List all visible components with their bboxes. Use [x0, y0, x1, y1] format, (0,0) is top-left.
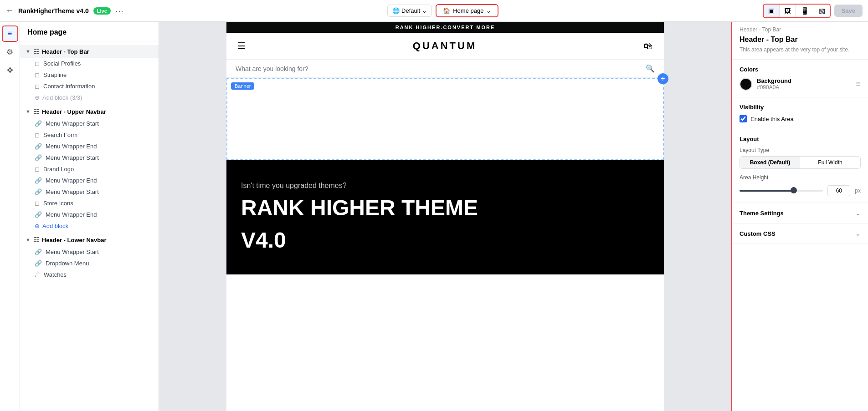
full-width-layout-button[interactable]: Full Width: [800, 157, 860, 168]
section-header-top-bar: ▼ ☷ Header - Top Bar ◻ Social Profiles ◻…: [20, 45, 159, 103]
sidebar-item-menu-wrapper-end-2[interactable]: 🔗 Menu Wrapper End: [20, 175, 159, 186]
sidebar: Home page ▼ ☷ Header - Top Bar ◻ Social …: [20, 22, 159, 411]
link-icon: 🔗: [35, 211, 42, 218]
visibility-section: Visibility Enable this Area: [732, 97, 868, 129]
height-slider-thumb[interactable]: [791, 187, 797, 193]
section-header-lower-navbar-toggle[interactable]: ▼ ☷ Header - Lower Navbar: [20, 233, 159, 246]
section-header-lower-navbar-label: Header - Lower Navbar: [42, 237, 107, 244]
color-options-icon[interactable]: ≡: [856, 79, 861, 89]
color-label-group: Background #090A0A: [757, 77, 791, 91]
height-input[interactable]: [827, 185, 850, 196]
sidebar-item-menu-wrapper-start-2[interactable]: 🔗 Menu Wrapper Start: [20, 152, 159, 163]
sidebar-item-menu-wrapper-start-1[interactable]: 🔗 Menu Wrapper Start: [20, 118, 159, 129]
top-bar-left: ← RankHigherTheme v4.0 Live ⋯: [5, 6, 123, 16]
panel-description: This area appears at the very top of you…: [732, 46, 868, 60]
hero-version: V4.0: [241, 228, 649, 253]
settings-button[interactable]: ⚙: [2, 44, 18, 60]
chevron-down-icon: ⌄: [486, 7, 491, 14]
color-name: Background: [757, 77, 791, 84]
banner-label: Banner: [231, 82, 254, 90]
boxed-layout-button[interactable]: Boxed (Default): [740, 157, 800, 168]
blocks-button[interactable]: ✥: [2, 62, 18, 78]
plus-circle-icon: ⊕: [35, 223, 40, 229]
area-height-label: Area Height: [740, 174, 861, 181]
sidebar-item-menu-wrapper-start-4[interactable]: 🔗 Menu Wrapper Start: [20, 246, 159, 258]
sidebar-item-label: Menu Wrapper Start: [46, 154, 99, 161]
sidebar-item-label: Menu Wrapper Start: [46, 120, 99, 127]
area-height-row: px: [740, 185, 861, 196]
enable-area-checkbox[interactable]: [740, 115, 747, 122]
section-header-upper-navbar-toggle[interactable]: ▼ ☷ Header - Upper Navbar: [20, 105, 159, 118]
top-bar-center: 🌐 Default ⌄ 🏠 Home page ⌄: [129, 4, 757, 17]
preview-frame: RANK HIGHER.CONVERT MORE ☰ QUANTUM 🛍 🔍 B…: [226, 22, 664, 411]
add-block-enabled-row[interactable]: ⊕ Add block: [20, 220, 159, 232]
sidebar-item-brand-logo[interactable]: ◻ Brand Logo: [20, 163, 159, 175]
color-hex: #090A0A: [757, 84, 791, 91]
chevron-down-icon: ▼: [26, 49, 31, 54]
block-icon: ◻: [35, 60, 40, 67]
sidebar-item-social-profiles[interactable]: ◻ Social Profiles: [20, 58, 159, 69]
theme-settings-chevron-icon: ⌄: [855, 209, 861, 217]
monitor-icon[interactable]: 🖼: [780, 5, 796, 17]
sidebar-item-label: Brand Logo: [43, 166, 74, 173]
default-button[interactable]: 🌐 Default ⌄: [387, 5, 432, 17]
sidebar-item-search-form[interactable]: ◻ Search Form: [20, 129, 159, 141]
sidebar-item-strapline[interactable]: ◻ Strapline: [20, 69, 159, 81]
height-slider-fill: [740, 190, 794, 192]
site-top-bar: RANK HIGHER.CONVERT MORE: [226, 22, 664, 33]
block-icon: ◻: [35, 132, 40, 138]
globe-icon: 🌐: [392, 7, 400, 14]
colors-section: Colors Background #090A0A ≡: [732, 60, 868, 97]
layers-button[interactable]: ≡: [2, 25, 18, 42]
background-color-swatch[interactable]: [740, 78, 752, 91]
background-color-row: Background #090A0A ≡: [740, 77, 861, 91]
banner-plus-icon[interactable]: +: [657, 73, 668, 84]
sidebar-item-label: Search Form: [43, 132, 77, 138]
sidebar-item-label: Menu Wrapper Start: [46, 188, 99, 195]
hamburger-icon[interactable]: ☰: [237, 41, 246, 51]
theme-settings-section[interactable]: Theme Settings ⌄: [732, 203, 868, 223]
search-icon[interactable]: 🔍: [646, 64, 655, 73]
sidebar-item-label: Menu Wrapper End: [46, 211, 97, 218]
link-icon: 🔗: [35, 120, 42, 127]
home-page-button[interactable]: 🏠 Home page ⌄: [436, 4, 498, 17]
site-search-bar: 🔍: [226, 60, 664, 78]
desktop-select-icon[interactable]: ▣: [764, 5, 780, 17]
save-button[interactable]: Save: [834, 5, 863, 17]
more-options-icon[interactable]: ⋯: [115, 6, 123, 16]
sidebar-item-menu-wrapper-end-1[interactable]: 🔗 Menu Wrapper End: [20, 141, 159, 152]
preview-area: RANK HIGHER.CONVERT MORE ☰ QUANTUM 🛍 🔍 B…: [159, 22, 731, 411]
top-bar-right: ▣ 🖼 📱 ▧ Save: [763, 4, 863, 18]
top-bar: ← RankHigherTheme v4.0 Live ⋯ 🌐 Default …: [0, 0, 868, 22]
sidebar-item-menu-wrapper-start-3[interactable]: 🔗 Menu Wrapper Start: [20, 186, 159, 198]
sidebar-item-label: Menu Wrapper Start: [46, 249, 99, 255]
app-name: RankHigherTheme v4.0: [18, 7, 89, 15]
layout-icon[interactable]: ▧: [814, 5, 830, 17]
height-slider-track[interactable]: [740, 190, 823, 192]
sidebar-item-store-icons[interactable]: ◻ Store Icons: [20, 198, 159, 209]
banner-area: Banner +: [226, 78, 664, 160]
sidebar-item-dropdown-menu[interactable]: 🔗 Dropdown Menu: [20, 258, 159, 269]
section-header-top-bar-toggle[interactable]: ▼ ☷ Header - Top Bar: [20, 45, 159, 58]
mobile-icon[interactable]: 📱: [796, 5, 814, 17]
block-icon: ◻: [35, 83, 40, 90]
height-unit: px: [855, 188, 861, 194]
home-icon: 🏠: [443, 7, 450, 14]
sidebar-item-watches[interactable]: ☄ Watches: [20, 269, 159, 280]
search-input[interactable]: [236, 65, 642, 72]
section-header-upper-navbar-label: Header - Upper Navbar: [42, 108, 106, 115]
back-icon[interactable]: ←: [5, 6, 14, 15]
sidebar-item-label: Menu Wrapper End: [46, 177, 97, 184]
sidebar-item-menu-wrapper-end-3[interactable]: 🔗 Menu Wrapper End: [20, 209, 159, 220]
custom-css-section[interactable]: Custom CSS ⌄: [732, 223, 868, 244]
section-header-upper-navbar: ▼ ☷ Header - Upper Navbar 🔗 Menu Wrapper…: [20, 105, 159, 232]
block-icon: ◻: [35, 71, 40, 78]
chevron-down-icon: ▼: [26, 109, 31, 114]
cart-icon[interactable]: 🛍: [644, 41, 653, 51]
sidebar-item-label: Strapline: [43, 71, 67, 78]
enable-area-label: Enable this Area: [750, 116, 794, 122]
plus-circle-icon: ⊕: [35, 94, 40, 101]
add-block-enabled-label: Add block: [42, 223, 68, 229]
sidebar-item-contact-information[interactable]: ◻ Contact Information: [20, 81, 159, 92]
colors-section-title: Colors: [740, 66, 861, 73]
